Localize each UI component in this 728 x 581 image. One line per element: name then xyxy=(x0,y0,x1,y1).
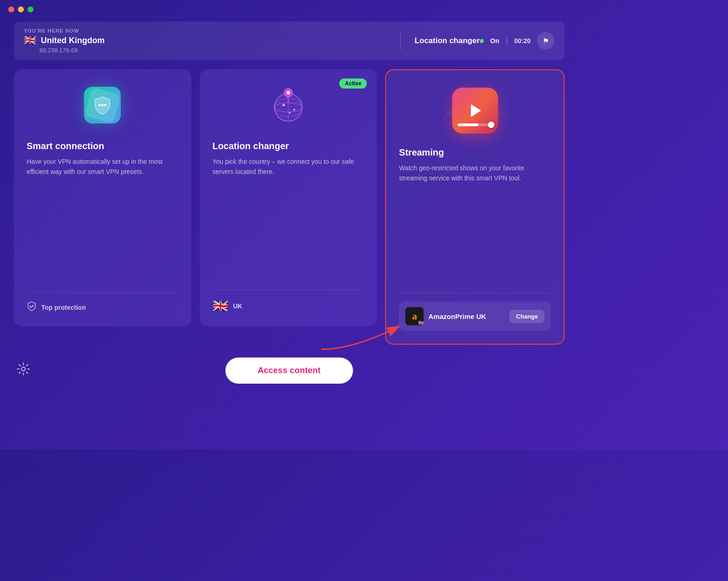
svg-point-14 xyxy=(22,367,25,371)
streaming-icon-area xyxy=(399,83,551,138)
location-changer-desc: You pick the country – we connect you to… xyxy=(213,157,364,279)
streaming-footer: a 🇬🇧 AmazonPrime UK Change xyxy=(399,282,551,331)
country-row: 🇬🇧 United Kingdom xyxy=(24,34,386,46)
location-changer-title: Location changer xyxy=(213,141,364,151)
smart-connection-icon-area xyxy=(27,82,179,128)
location-changer-footer: 🇬🇧 UK xyxy=(213,279,364,313)
close-button[interactable] xyxy=(8,6,14,12)
svg-point-1 xyxy=(101,104,104,106)
access-content-button[interactable]: Access content xyxy=(225,358,353,384)
cards-container: Smart connection Have your VPN automatic… xyxy=(0,69,578,345)
ip-address: 89.238.176.69 xyxy=(39,47,386,54)
header-divider xyxy=(400,32,401,50)
status-dot xyxy=(480,39,484,43)
svg-point-10 xyxy=(289,112,291,114)
play-triangle xyxy=(471,104,481,117)
country-name: United Kingdom xyxy=(41,36,105,45)
svg-point-12 xyxy=(286,91,290,95)
divider-pipe: | xyxy=(506,36,508,46)
globe-svg xyxy=(268,84,309,126)
svg-point-2 xyxy=(104,104,106,106)
amazon-letter: a xyxy=(412,310,417,322)
smart-connection-icon xyxy=(84,87,121,123)
progress-fill xyxy=(458,123,479,126)
current-location: YOU'RE HERE NOW 🇬🇧 United Kingdom 89.238… xyxy=(24,28,386,54)
shield-svg xyxy=(92,95,112,115)
streaming-service-row: a 🇬🇧 AmazonPrime UK Change xyxy=(399,302,551,331)
uk-flag: 🇬🇧 xyxy=(213,298,229,313)
change-button[interactable]: Change xyxy=(510,310,544,323)
header-status: On | 00:20 ⚑ xyxy=(480,32,554,50)
progress-bar xyxy=(458,123,493,126)
svg-point-0 xyxy=(99,104,101,106)
section-label: Location changer xyxy=(414,36,480,45)
footer-divider xyxy=(27,292,179,293)
minimize-button[interactable] xyxy=(18,6,24,12)
settings-icon xyxy=(17,362,30,376)
streaming-card[interactable]: Streaming Watch geo-restricted shows on … xyxy=(385,69,565,345)
location-icon xyxy=(268,84,309,126)
svg-point-9 xyxy=(293,109,295,111)
flag-icon: ⚑ xyxy=(543,37,549,45)
timer: 00:20 xyxy=(514,37,531,45)
shield-check-icon xyxy=(27,301,37,313)
settings-button[interactable] xyxy=(17,362,30,379)
location-icon-area xyxy=(213,82,364,128)
svg-point-8 xyxy=(283,104,285,106)
maximize-button[interactable] xyxy=(28,6,34,12)
country-flag: 🇬🇧 xyxy=(24,34,36,46)
you-are-here-label: YOU'RE HERE NOW xyxy=(24,28,386,34)
service-name: AmazonPrime UK xyxy=(428,313,505,320)
protection-label: Top protection xyxy=(41,304,86,311)
title-bar xyxy=(0,0,578,19)
flag-row: 🇬🇧 UK xyxy=(213,298,364,313)
smart-connection-title: Smart connection xyxy=(27,141,179,151)
streaming-title: Streaming xyxy=(399,147,551,158)
footer-divider-2 xyxy=(213,290,364,290)
status-label: On xyxy=(490,37,499,45)
country-code: UK xyxy=(233,302,242,310)
smart-connection-desc: Have your VPN automatically set up in th… xyxy=(27,157,179,281)
smart-connection-card[interactable]: Smart connection Have your VPN automatic… xyxy=(14,69,191,326)
bottom-section: Access content xyxy=(0,345,578,388)
location-changer-card[interactable]: Active xyxy=(200,69,377,326)
progress-dot xyxy=(488,122,494,128)
amazon-icon: a 🇬🇧 xyxy=(405,307,424,325)
shield-check-svg xyxy=(27,301,37,311)
active-badge: Active xyxy=(339,78,367,89)
footer-divider-3 xyxy=(399,293,551,293)
protection-row: Top protection xyxy=(27,301,179,313)
smart-connection-footer: Top protection xyxy=(27,281,179,313)
amazon-flag: 🇬🇧 xyxy=(418,320,424,325)
header-bar: YOU'RE HERE NOW 🇬🇧 United Kingdom 89.238… xyxy=(14,22,565,60)
play-icon xyxy=(452,88,498,134)
streaming-desc: Watch geo-restricted shows on your favor… xyxy=(399,163,551,282)
flag-button[interactable]: ⚑ xyxy=(537,32,554,50)
